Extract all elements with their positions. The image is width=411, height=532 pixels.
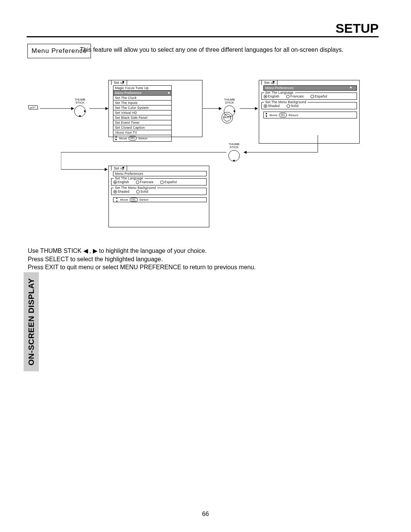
menu-item: Set Event Timer: [113, 120, 172, 125]
radio-option: Español: [160, 180, 177, 184]
menu-preferences-select-screen: Set up Menu Preferences Set The Language…: [108, 166, 209, 227]
menu-item: About Your TV: [113, 130, 172, 135]
svg-marker-4: [105, 107, 108, 110]
flow-arrow-icon: [89, 107, 108, 110]
menu-preferences-header: Menu Preferences: [263, 85, 357, 91]
flow-arrow-icon: [240, 107, 258, 110]
radio-option: Francais: [136, 180, 153, 184]
screen-tab: Set up: [261, 80, 277, 85]
diagram-area: MENU THUMBSTICK Set up Magic Focus Tune …: [27, 78, 365, 230]
header-rule: [27, 36, 379, 37]
menu-item: Set Closed Caption: [113, 125, 172, 130]
radio-icon: [264, 104, 267, 108]
thumbstick-icon: THUMBSTICK: [74, 98, 86, 117]
triangle-down-icon: [350, 87, 352, 89]
radio-option: Solid: [287, 104, 298, 108]
cross-arrows-icon: [115, 198, 119, 202]
radio-option: Español: [311, 94, 327, 98]
svg-marker-6: [219, 107, 222, 110]
radio-option: Francais: [286, 94, 304, 98]
chevron-down-icon: [122, 81, 124, 83]
menu-preferences-header: Menu Preferences: [113, 171, 207, 176]
radio-option: Shaded: [264, 104, 280, 108]
select-button-icon: SELECT: [221, 112, 233, 123]
menu-item: Set The Inputs: [113, 100, 172, 105]
svg-marker-2: [71, 107, 74, 110]
radio-icon: [264, 95, 267, 98]
radio-option: Shaded: [113, 190, 129, 193]
menu-item: Set The Clock: [113, 95, 172, 101]
radio-icon: [136, 181, 139, 184]
set-menu-background-fieldset: Set The Menu Background Shaded Solid: [111, 188, 207, 195]
triangle-right-icon: [168, 92, 170, 94]
setup-menu-screen: Set up Magic Focus Tune Up Menu Preferen…: [108, 80, 202, 137]
instructions-text: Use THUMB STICK ◀ , ▶ to highlight the l…: [28, 247, 256, 272]
screen-tab: Set up: [111, 166, 127, 171]
radio-option: English: [113, 180, 129, 184]
header-title: SETUP: [336, 21, 379, 36]
svg-marker-10: [105, 168, 108, 171]
menu-item: Set Virtual HD: [113, 110, 172, 115]
radio-option: Solid: [136, 190, 148, 193]
radio-icon: [113, 190, 117, 193]
set-language-fieldset: Set The Language English Francais Españo…: [261, 93, 357, 100]
radio-icon: [136, 190, 140, 193]
thumbstick-select-icon: THUMBSTICK SELECT: [224, 98, 235, 117]
menu-item: Set Black Side Panel: [113, 115, 172, 120]
svg-marker-9: [244, 151, 247, 154]
radio-icon: [287, 104, 290, 108]
radio-icon: [286, 95, 290, 98]
menu-item: Menu Preference: [113, 90, 172, 96]
page-number: 66: [202, 511, 209, 518]
hint-row: ▲▼ Move SEL Select: [113, 135, 172, 142]
menu-button-icon: MENU: [27, 105, 39, 112]
menu-item: Set The Color System: [113, 105, 172, 110]
chevron-down-icon: [122, 167, 124, 169]
screen-tab: Set up: [111, 80, 127, 85]
hint-row: Move SEL Select: [113, 197, 207, 202]
updown-arrows-icon: ▲▼: [115, 135, 118, 141]
flow-arrow-icon: [203, 107, 222, 110]
radio-icon: [311, 95, 314, 98]
menu-item: Magic Focus Tune Up: [113, 85, 172, 91]
radio-option: English: [264, 94, 279, 98]
radio-icon: [160, 181, 164, 184]
svg-marker-8: [255, 107, 258, 110]
feature-description: This feature will allow you to select an…: [80, 46, 381, 53]
flow-arrow-icon: [244, 116, 320, 154]
flow-arrow-icon: [40, 107, 74, 110]
side-tab: ON-SCREEN DISPLAY: [24, 272, 39, 371]
sel-oval-icon: SEL: [130, 198, 138, 202]
set-menu-background-fieldset: Set The Menu Background Shaded Solid: [261, 102, 357, 109]
sel-oval-icon: SEL: [129, 136, 137, 140]
chevron-down-icon: [272, 81, 275, 83]
set-language-fieldset: Set The Language English Francais Españo…: [111, 178, 207, 185]
radio-icon: [113, 181, 117, 184]
